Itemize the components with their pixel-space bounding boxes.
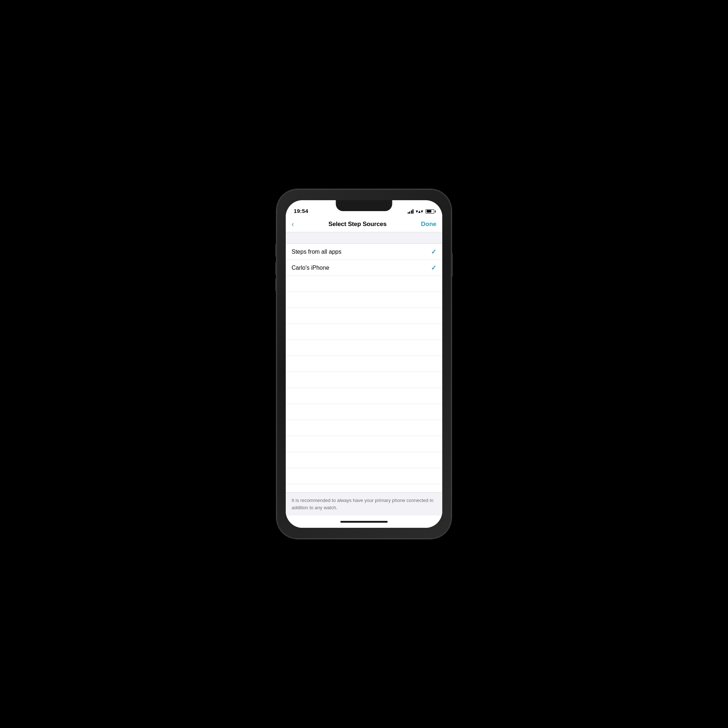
page-title: Select Step Sources	[328, 220, 387, 228]
phone-frame: 19:54 ▾▴▾ ‹ Select Step Sources Done	[277, 189, 451, 539]
signal-icon	[408, 209, 414, 214]
list-item[interactable]: Steps from all apps ✓	[286, 244, 442, 260]
empty-rows	[286, 276, 442, 492]
home-bar	[340, 521, 388, 523]
list-container: Steps from all apps ✓ Carlo's iPhone ✓	[286, 244, 442, 492]
footer-text: It is recommended to always have your pr…	[292, 498, 433, 510]
status-icons: ▾▴▾	[408, 209, 434, 214]
list-item-label: Steps from all apps	[292, 249, 341, 255]
done-button[interactable]: Done	[421, 220, 437, 228]
section-header	[286, 232, 442, 244]
footer: It is recommended to always have your pr…	[286, 492, 442, 515]
checkmark-icon: ✓	[431, 248, 436, 256]
checkmark-icon: ✓	[431, 264, 436, 272]
status-time: 19:54	[294, 208, 308, 214]
phone-screen: 19:54 ▾▴▾ ‹ Select Step Sources Done	[286, 200, 442, 528]
home-indicator	[286, 515, 442, 528]
list-item[interactable]: Carlo's iPhone ✓	[286, 260, 442, 276]
notch	[336, 200, 392, 211]
wifi-icon: ▾▴▾	[416, 209, 423, 214]
navigation-bar: ‹ Select Step Sources Done	[286, 216, 442, 232]
back-button[interactable]: ‹	[292, 220, 294, 228]
battery-icon	[425, 209, 434, 214]
list-item-label: Carlo's iPhone	[292, 265, 329, 271]
